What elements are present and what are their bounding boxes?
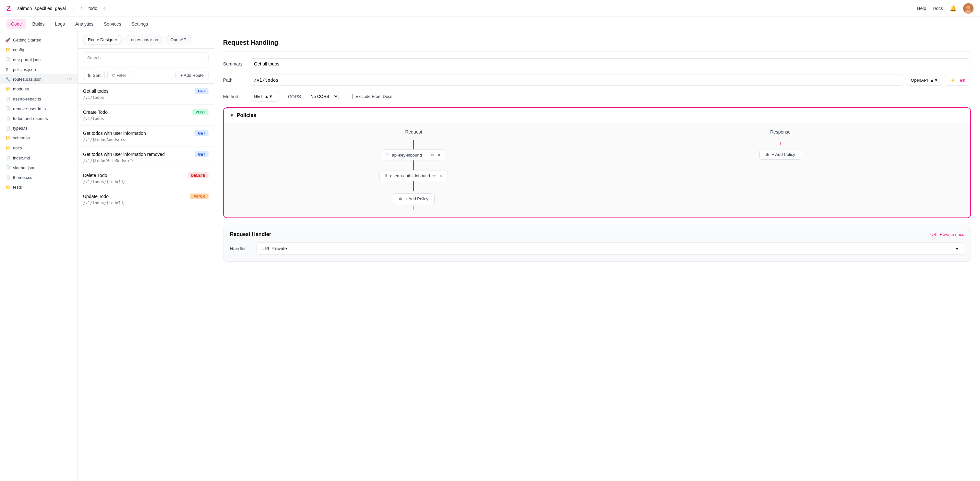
file-icon: 🔧 bbox=[5, 77, 10, 82]
method-badge: GET bbox=[194, 130, 208, 136]
sec-nav-item-analytics[interactable]: Analytics bbox=[71, 19, 98, 29]
summary-row: Summary bbox=[223, 58, 971, 69]
notification-bell-icon[interactable]: 🔔 bbox=[950, 5, 957, 12]
route-item-get-todos-no-user[interactable]: Get todos with user information removedG… bbox=[78, 147, 214, 168]
method-chevron-icon: ▲▼ bbox=[265, 94, 273, 99]
filter-button[interactable]: ▽ Filter bbox=[107, 71, 130, 80]
add-policy-plus-icon: ⊕ bbox=[399, 197, 402, 201]
sort-button[interactable]: ⇅ Sort bbox=[83, 71, 105, 80]
summary-input[interactable] bbox=[250, 58, 971, 69]
file-icon: 📁 bbox=[5, 146, 10, 151]
test-label: Test bbox=[958, 78, 966, 83]
help-link[interactable]: Help bbox=[917, 6, 926, 11]
route-item-name: Get todos with user information bbox=[83, 131, 146, 136]
sidebar-item-getting-started[interactable]: 🚀Getting Started··· bbox=[0, 35, 78, 45]
delete-icon-2[interactable]: ✕ bbox=[439, 173, 443, 178]
handler-select[interactable]: URL Rewrite ▼ bbox=[256, 243, 964, 255]
arrow-down-icon: ↓ bbox=[412, 204, 415, 211]
route-tab-route-designer[interactable]: Route Designer bbox=[83, 35, 122, 44]
url-rewrite-docs-link[interactable]: URL Rewrite docs bbox=[931, 232, 964, 237]
app-logo: Z bbox=[6, 4, 11, 13]
sidebar-item-types-ts[interactable]: 📄types.ts··· bbox=[0, 123, 78, 133]
sidebar-item-theme-css[interactable]: 📄theme.css··· bbox=[0, 172, 78, 182]
sidebar-item-routes-oas-json[interactable]: 🔧routes.oas.json··· bbox=[0, 74, 78, 84]
policy-item-api-key[interactable]: ⠿ api-key-inbound ✏ ✕ bbox=[381, 149, 446, 160]
sidebar-item-todos-and-users-ts[interactable]: 📄todos-and-users.ts··· bbox=[0, 113, 78, 123]
edit-icon[interactable]: ✏ bbox=[431, 152, 434, 157]
route-item-delete-todo[interactable]: Delete TodoDELETE/v1/todos/{todoId} bbox=[78, 168, 214, 189]
file-icon: 📄 bbox=[5, 126, 10, 131]
sidebar-item-dev-portal-json[interactable]: 📄dev-portal.json··· bbox=[0, 55, 78, 65]
handler-section: Request Handler URL Rewrite docs Handler… bbox=[223, 225, 971, 262]
exclude-docs-row: Exclude From Docs bbox=[348, 94, 392, 99]
sec-nav-item-logs[interactable]: Logs bbox=[51, 19, 69, 29]
sidebar-item-policies-json[interactable]: ⬆policies.json··· bbox=[0, 65, 78, 74]
file-icon: 📄 bbox=[5, 97, 10, 102]
repo-name[interactable]: todo bbox=[89, 6, 97, 11]
openapi-select[interactable]: OpenAPI ▲▼ bbox=[907, 75, 943, 86]
sidebar-item-modules[interactable]: 📁modules⊕ bbox=[0, 84, 78, 94]
sidebar-item-index-md[interactable]: 📄index.md··· bbox=[0, 153, 78, 163]
openapi-label: OpenAPI bbox=[911, 78, 928, 83]
edit-icon-2[interactable]: ✏ bbox=[433, 173, 436, 178]
route-item-path: /v1/$todosAndUsers bbox=[83, 137, 208, 142]
more-options-icon[interactable]: ··· bbox=[67, 76, 72, 82]
sidebar-item-sidebar-json[interactable]: 📄sidebar.json··· bbox=[0, 163, 78, 172]
policies-header[interactable]: ▼ Policies bbox=[224, 108, 970, 123]
sec-nav-item-code[interactable]: Code bbox=[6, 19, 26, 29]
cors-select[interactable]: No CORS bbox=[305, 91, 339, 102]
sec-nav-item-builds[interactable]: Builds bbox=[27, 19, 49, 29]
file-icon: 📁 bbox=[5, 185, 10, 190]
sidebar-item-tests[interactable]: 📁tests⊕ bbox=[0, 182, 78, 192]
route-item-name: Delete Todo bbox=[83, 173, 107, 178]
file-icon: 📄 bbox=[5, 57, 10, 62]
page-title: Request Handling bbox=[223, 39, 971, 52]
search-input[interactable] bbox=[83, 52, 208, 63]
file-icon: 📄 bbox=[5, 175, 10, 180]
sidebar-item-aserto-rebac-ts[interactable]: 📄aserto-rebac.ts··· bbox=[0, 94, 78, 104]
exclude-docs-checkbox[interactable] bbox=[348, 94, 353, 99]
add-policy-button-response[interactable]: ⊕ + Add Policy bbox=[759, 149, 801, 160]
request-panel: Request Handling Summary Path OpenAPI ▲▼… bbox=[214, 31, 980, 481]
path-input[interactable] bbox=[250, 75, 904, 86]
test-button[interactable]: ⚡ Test bbox=[945, 75, 971, 86]
user-avatar[interactable] bbox=[963, 3, 974, 14]
grip-icon: ⠿ bbox=[386, 152, 389, 157]
file-icon: 🚀 bbox=[5, 38, 10, 43]
sec-nav-item-settings[interactable]: Settings bbox=[127, 19, 153, 29]
route-item-get-all-todos[interactable]: Get all todosGET/v1/todos bbox=[78, 84, 214, 105]
filter-label: Filter bbox=[117, 73, 126, 78]
path-row: Path OpenAPI ▲▼ ⚡ Test bbox=[223, 75, 971, 86]
top-nav-links: Help Docs 🔔 bbox=[917, 3, 974, 14]
sidebar-item-label: config bbox=[13, 47, 65, 52]
sort-label: Sort bbox=[93, 73, 100, 78]
add-route-button[interactable]: + Add Route bbox=[175, 71, 208, 80]
sidebar-item-docs[interactable]: 📁docs⊕ bbox=[0, 143, 78, 153]
project-name[interactable]: salmon_specified_gayal bbox=[17, 6, 65, 11]
pipeline-line-bottom bbox=[413, 181, 414, 191]
sidebar-item-label: dev-portal.json bbox=[13, 57, 65, 62]
delete-icon[interactable]: ✕ bbox=[437, 152, 441, 157]
sidebar-item-remove-user-id-ts[interactable]: 📄remove-user-id.ts··· bbox=[0, 104, 78, 113]
file-icon: 📄 bbox=[5, 165, 10, 170]
route-item-create-todo[interactable]: Create TodoPOST/v1/todos bbox=[78, 105, 214, 126]
policy-item-aserto[interactable]: ⠿ aserto-authz-inbound ✏ ✕ bbox=[379, 170, 448, 181]
sidebar-item-label: aserto-rebac.ts bbox=[13, 97, 65, 102]
route-item-path: /v1/todos bbox=[83, 95, 208, 100]
sidebar-item-config[interactable]: 📁config⊕ bbox=[0, 45, 78, 55]
grip-icon-2: ⠿ bbox=[384, 173, 388, 178]
route-search bbox=[78, 49, 214, 67]
method-select[interactable]: GET ▲▼ bbox=[250, 91, 279, 102]
policy-name-2: aserto-authz-inbound bbox=[390, 173, 430, 178]
route-tab-openapi[interactable]: OpenAPI bbox=[166, 35, 192, 44]
sec-nav-item-services[interactable]: Services bbox=[99, 19, 126, 29]
sidebar-item-schemas[interactable]: 📁schemas⊕ bbox=[0, 133, 78, 143]
route-tab-routes-oas-json[interactable]: routes.oas.json bbox=[124, 35, 163, 44]
add-policy-button-request[interactable]: ⊕ + Add Policy bbox=[393, 194, 434, 204]
route-item-get-todos-user-info[interactable]: Get todos with user informationGET/v1/$t… bbox=[78, 126, 214, 147]
path-label: Path bbox=[223, 78, 246, 83]
file-icon: 📄 bbox=[5, 116, 10, 121]
route-item-update-todo[interactable]: Update TodoPATCH/v1/todos/{todoId} bbox=[78, 189, 214, 210]
docs-link[interactable]: Docs bbox=[933, 6, 943, 11]
file-icon: 📁 bbox=[5, 87, 10, 91]
